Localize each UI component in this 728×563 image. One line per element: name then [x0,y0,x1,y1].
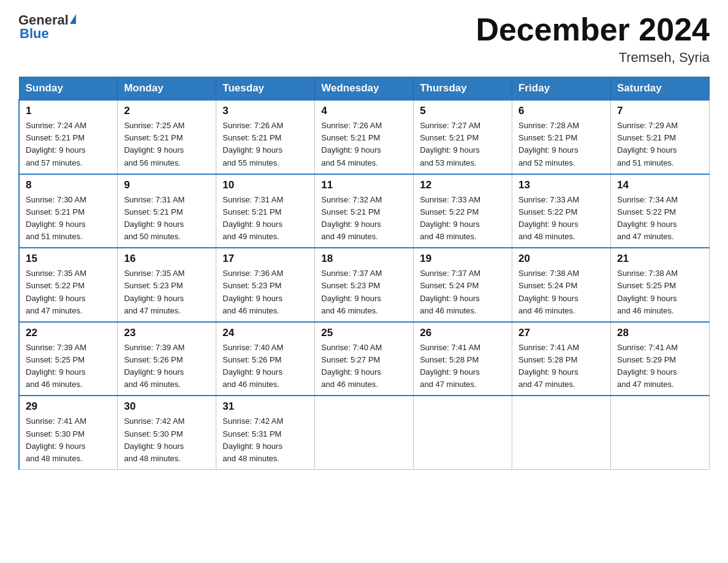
day-cell: 18 Sunrise: 7:37 AMSunset: 5:23 PMDaylig… [315,248,414,322]
day-info: Sunrise: 7:26 AMSunset: 5:21 PMDaylight:… [321,121,382,167]
day-cell: 28 Sunrise: 7:41 AMSunset: 5:29 PMDaylig… [611,322,710,396]
day-info: Sunrise: 7:37 AMSunset: 5:24 PMDaylight:… [420,269,480,315]
day-info: Sunrise: 7:24 AMSunset: 5:21 PMDaylight:… [26,121,86,167]
day-info: Sunrise: 7:41 AMSunset: 5:28 PMDaylight:… [420,343,480,389]
day-info: Sunrise: 7:42 AMSunset: 5:31 PMDaylight:… [222,416,283,462]
header: General Blue December 2024 Tremseh, Syri… [18,12,710,66]
header-monday: Monday [118,77,216,101]
day-info: Sunrise: 7:41 AMSunset: 5:30 PMDaylight:… [26,416,86,462]
day-cell: 30 Sunrise: 7:42 AMSunset: 5:30 PMDaylig… [118,396,216,469]
header-wednesday: Wednesday [315,77,414,101]
day-info: Sunrise: 7:31 AMSunset: 5:21 PMDaylight:… [222,195,283,241]
day-cell: 10 Sunrise: 7:31 AMSunset: 5:21 PMDaylig… [216,174,315,248]
day-number: 2 [124,105,210,117]
day-info: Sunrise: 7:35 AMSunset: 5:23 PMDaylight:… [124,269,184,315]
day-cell: 9 Sunrise: 7:31 AMSunset: 5:21 PMDayligh… [118,174,216,248]
day-number: 11 [321,179,407,191]
day-cell: 6 Sunrise: 7:28 AMSunset: 5:21 PMDayligh… [512,100,611,174]
day-cell: 13 Sunrise: 7:33 AMSunset: 5:22 PMDaylig… [512,174,611,248]
day-number: 12 [420,179,506,191]
day-number: 29 [26,400,111,413]
day-cell: 1 Sunrise: 7:24 AMSunset: 5:21 PMDayligh… [19,100,118,174]
day-cell: 24 Sunrise: 7:40 AMSunset: 5:26 PMDaylig… [216,322,315,396]
day-number: 9 [124,179,210,191]
day-number: 25 [321,327,407,339]
day-info: Sunrise: 7:40 AMSunset: 5:26 PMDaylight:… [222,343,283,389]
day-info: Sunrise: 7:33 AMSunset: 5:22 PMDaylight:… [518,195,579,241]
day-number: 18 [321,253,407,265]
day-info: Sunrise: 7:25 AMSunset: 5:21 PMDaylight:… [124,121,184,167]
day-number: 21 [617,253,703,265]
calendar-table: Sunday Monday Tuesday Wednesday Thursday… [18,77,710,470]
week-row-2: 8 Sunrise: 7:30 AMSunset: 5:21 PMDayligh… [19,174,710,248]
day-info: Sunrise: 7:38 AMSunset: 5:25 PMDaylight:… [617,269,678,315]
title-area: December 2024 Tremseh, Syria [476,12,710,66]
day-cell [611,396,710,469]
day-info: Sunrise: 7:27 AMSunset: 5:21 PMDaylight:… [420,121,480,167]
day-cell: 5 Sunrise: 7:27 AMSunset: 5:21 PMDayligh… [414,100,512,174]
day-cell: 12 Sunrise: 7:33 AMSunset: 5:22 PMDaylig… [414,174,512,248]
day-info: Sunrise: 7:40 AMSunset: 5:27 PMDaylight:… [321,343,382,389]
header-tuesday: Tuesday [216,77,315,101]
header-sunday: Sunday [19,77,118,101]
header-thursday: Thursday [414,77,512,101]
day-cell: 23 Sunrise: 7:39 AMSunset: 5:26 PMDaylig… [118,322,216,396]
day-number: 7 [617,105,703,117]
day-info: Sunrise: 7:34 AMSunset: 5:22 PMDaylight:… [617,195,678,241]
day-number: 27 [518,327,604,339]
day-number: 19 [420,253,506,265]
day-info: Sunrise: 7:38 AMSunset: 5:24 PMDaylight:… [518,269,579,315]
day-number: 8 [26,179,111,191]
day-cell: 26 Sunrise: 7:41 AMSunset: 5:28 PMDaylig… [414,322,512,396]
day-cell: 15 Sunrise: 7:35 AMSunset: 5:22 PMDaylig… [19,248,118,322]
day-number: 20 [518,253,604,265]
day-info: Sunrise: 7:30 AMSunset: 5:21 PMDaylight:… [26,195,86,241]
day-info: Sunrise: 7:36 AMSunset: 5:23 PMDaylight:… [222,269,283,315]
day-info: Sunrise: 7:42 AMSunset: 5:30 PMDaylight:… [124,416,184,462]
day-number: 14 [617,179,703,191]
day-info: Sunrise: 7:39 AMSunset: 5:26 PMDaylight:… [124,343,184,389]
day-number: 6 [518,105,604,117]
day-cell [414,396,512,469]
day-number: 15 [26,253,111,265]
day-cell: 19 Sunrise: 7:37 AMSunset: 5:24 PMDaylig… [414,248,512,322]
day-cell: 8 Sunrise: 7:30 AMSunset: 5:21 PMDayligh… [19,174,118,248]
day-number: 28 [617,327,703,339]
day-number: 1 [26,105,111,117]
day-number: 3 [222,105,308,117]
logo-triangle-icon [70,14,76,24]
day-cell: 14 Sunrise: 7:34 AMSunset: 5:22 PMDaylig… [611,174,710,248]
day-number: 10 [222,179,308,191]
day-number: 24 [222,327,308,339]
day-cell [315,396,414,469]
logo: General Blue [18,12,77,42]
day-number: 26 [420,327,506,339]
day-info: Sunrise: 7:31 AMSunset: 5:21 PMDaylight:… [124,195,184,241]
day-cell: 4 Sunrise: 7:26 AMSunset: 5:21 PMDayligh… [315,100,414,174]
day-info: Sunrise: 7:29 AMSunset: 5:21 PMDaylight:… [617,121,678,167]
day-cell: 25 Sunrise: 7:40 AMSunset: 5:27 PMDaylig… [315,322,414,396]
day-cell: 17 Sunrise: 7:36 AMSunset: 5:23 PMDaylig… [216,248,315,322]
day-info: Sunrise: 7:33 AMSunset: 5:22 PMDaylight:… [420,195,480,241]
day-cell: 31 Sunrise: 7:42 AMSunset: 5:31 PMDaylig… [216,396,315,469]
day-number: 4 [321,105,407,117]
day-cell: 21 Sunrise: 7:38 AMSunset: 5:25 PMDaylig… [611,248,710,322]
week-row-5: 29 Sunrise: 7:41 AMSunset: 5:30 PMDaylig… [19,396,710,469]
header-saturday: Saturday [611,77,710,101]
day-number: 5 [420,105,506,117]
day-info: Sunrise: 7:41 AMSunset: 5:29 PMDaylight:… [617,343,678,389]
week-row-1: 1 Sunrise: 7:24 AMSunset: 5:21 PMDayligh… [19,100,710,174]
day-cell [512,396,611,469]
day-info: Sunrise: 7:32 AMSunset: 5:21 PMDaylight:… [321,195,382,241]
day-cell: 16 Sunrise: 7:35 AMSunset: 5:23 PMDaylig… [118,248,216,322]
day-cell: 11 Sunrise: 7:32 AMSunset: 5:21 PMDaylig… [315,174,414,248]
day-number: 13 [518,179,604,191]
day-number: 31 [222,400,308,413]
day-cell: 7 Sunrise: 7:29 AMSunset: 5:21 PMDayligh… [611,100,710,174]
day-cell: 3 Sunrise: 7:26 AMSunset: 5:21 PMDayligh… [216,100,315,174]
week-row-4: 22 Sunrise: 7:39 AMSunset: 5:25 PMDaylig… [19,322,710,396]
day-number: 30 [124,400,210,413]
day-info: Sunrise: 7:35 AMSunset: 5:22 PMDaylight:… [26,269,86,315]
logo-blue-text: Blue [18,26,49,42]
day-number: 22 [26,327,111,339]
